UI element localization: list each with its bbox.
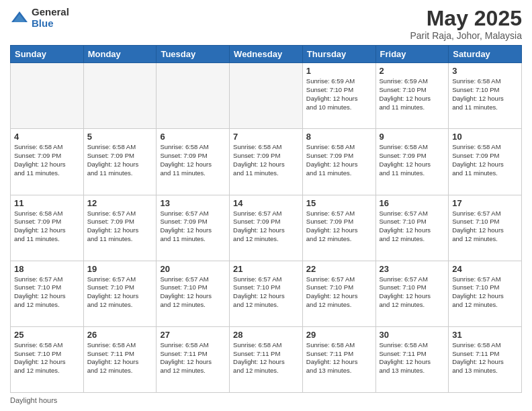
calendar-cell: 25Sunrise: 6:58 AMSunset: 7:10 PMDayligh…	[11, 326, 84, 392]
day-number: 9	[380, 132, 445, 142]
day-info: Sunrise: 6:57 AMSunset: 7:10 PMDaylight:…	[233, 275, 299, 310]
calendar-cell: 13Sunrise: 6:57 AMSunset: 7:09 PMDayligh…	[157, 195, 230, 261]
day-number: 31	[452, 330, 518, 340]
day-info: Sunrise: 6:57 AMSunset: 7:10 PMDaylight:…	[306, 275, 372, 310]
calendar-cell: 9Sunrise: 6:58 AMSunset: 7:09 PMDaylight…	[375, 129, 449, 195]
day-info: Sunrise: 6:58 AMSunset: 7:09 PMDaylight:…	[14, 143, 80, 177]
logo-text: General Blue	[32, 7, 69, 29]
calendar-week-row: 11Sunrise: 6:58 AMSunset: 7:09 PMDayligh…	[11, 195, 522, 261]
day-number: 18	[14, 264, 80, 274]
calendar-cell: 24Sunrise: 6:57 AMSunset: 7:10 PMDayligh…	[449, 261, 522, 326]
day-info: Sunrise: 6:58 AMSunset: 7:09 PMDaylight:…	[160, 143, 226, 177]
day-number: 8	[306, 132, 372, 142]
day-number: 16	[380, 198, 445, 208]
day-number: 10	[452, 132, 518, 142]
day-number: 12	[87, 198, 153, 208]
day-number: 20	[160, 264, 226, 274]
day-info: Sunrise: 6:57 AMSunset: 7:09 PMDaylight:…	[233, 210, 299, 244]
calendar-cell: 19Sunrise: 6:57 AMSunset: 7:10 PMDayligh…	[83, 261, 157, 326]
day-info: Sunrise: 6:58 AMSunset: 7:09 PMDaylight:…	[87, 143, 153, 177]
day-info: Sunrise: 6:58 AMSunset: 7:11 PMDaylight:…	[452, 341, 518, 375]
calendar-cell: 15Sunrise: 6:57 AMSunset: 7:09 PMDayligh…	[302, 195, 375, 261]
day-info: Sunrise: 6:58 AMSunset: 7:10 PMDaylight:…	[14, 341, 80, 375]
calendar-cell: 30Sunrise: 6:58 AMSunset: 7:11 PMDayligh…	[375, 326, 449, 392]
calendar-cell: 4Sunrise: 6:58 AMSunset: 7:09 PMDaylight…	[11, 129, 84, 195]
day-number: 14	[233, 198, 299, 208]
day-info: Sunrise: 6:57 AMSunset: 7:10 PMDaylight:…	[452, 275, 518, 310]
calendar-cell: 5Sunrise: 6:58 AMSunset: 7:09 PMDaylight…	[83, 129, 157, 195]
calendar-cell: 22Sunrise: 6:57 AMSunset: 7:10 PMDayligh…	[302, 261, 375, 326]
calendar-cell: 17Sunrise: 6:57 AMSunset: 7:10 PMDayligh…	[449, 195, 522, 261]
calendar-cell: 12Sunrise: 6:57 AMSunset: 7:09 PMDayligh…	[83, 195, 157, 261]
day-number: 23	[380, 264, 445, 274]
header: General Blue May 2025 Parit Raja, Johor,…	[10, 7, 522, 41]
calendar-cell: 21Sunrise: 6:57 AMSunset: 7:10 PMDayligh…	[230, 261, 303, 326]
logo: General Blue	[10, 7, 69, 29]
day-info: Sunrise: 6:57 AMSunset: 7:09 PMDaylight:…	[306, 210, 372, 244]
day-number: 11	[14, 198, 80, 208]
calendar-week-row: 4Sunrise: 6:58 AMSunset: 7:09 PMDaylight…	[11, 129, 522, 195]
calendar-table: SundayMondayTuesdayWednesdayThursdayFrid…	[10, 45, 522, 393]
calendar-header-row: SundayMondayTuesdayWednesdayThursdayFrid…	[11, 46, 522, 63]
calendar-cell	[157, 63, 230, 129]
calendar-cell: 6Sunrise: 6:58 AMSunset: 7:09 PMDaylight…	[157, 129, 230, 195]
footer: Daylight hours	[10, 396, 522, 404]
calendar-cell: 7Sunrise: 6:58 AMSunset: 7:09 PMDaylight…	[230, 129, 303, 195]
day-info: Sunrise: 6:58 AMSunset: 7:09 PMDaylight:…	[380, 143, 445, 177]
calendar-col-header: Monday	[83, 46, 157, 63]
day-info: Sunrise: 6:57 AMSunset: 7:09 PMDaylight:…	[160, 210, 226, 244]
logo-icon	[10, 9, 29, 28]
day-info: Sunrise: 6:58 AMSunset: 7:10 PMDaylight:…	[452, 77, 518, 111]
day-info: Sunrise: 6:58 AMSunset: 7:11 PMDaylight:…	[160, 341, 226, 375]
calendar-cell: 31Sunrise: 6:58 AMSunset: 7:11 PMDayligh…	[449, 326, 522, 392]
calendar-cell: 1Sunrise: 6:59 AMSunset: 7:10 PMDaylight…	[302, 63, 375, 129]
calendar-cell: 20Sunrise: 6:57 AMSunset: 7:10 PMDayligh…	[157, 261, 230, 326]
day-number: 27	[160, 330, 226, 340]
calendar-cell: 23Sunrise: 6:57 AMSunset: 7:10 PMDayligh…	[375, 261, 449, 326]
day-number: 7	[233, 132, 299, 142]
calendar-cell: 26Sunrise: 6:58 AMSunset: 7:11 PMDayligh…	[83, 326, 157, 392]
calendar-cell: 28Sunrise: 6:58 AMSunset: 7:11 PMDayligh…	[230, 326, 303, 392]
calendar-week-row: 18Sunrise: 6:57 AMSunset: 7:10 PMDayligh…	[11, 261, 522, 326]
day-info: Sunrise: 6:57 AMSunset: 7:10 PMDaylight:…	[380, 210, 445, 244]
calendar-week-row: 25Sunrise: 6:58 AMSunset: 7:10 PMDayligh…	[11, 326, 522, 392]
logo-blue-text: Blue	[32, 18, 69, 30]
day-number: 21	[233, 264, 299, 274]
calendar-cell: 29Sunrise: 6:58 AMSunset: 7:11 PMDayligh…	[302, 326, 375, 392]
day-info: Sunrise: 6:58 AMSunset: 7:11 PMDaylight:…	[233, 341, 299, 375]
daylight-label: Daylight hours	[10, 396, 57, 404]
calendar-cell: 14Sunrise: 6:57 AMSunset: 7:09 PMDayligh…	[230, 195, 303, 261]
calendar-cell	[83, 63, 157, 129]
day-number: 13	[160, 198, 226, 208]
calendar-cell: 10Sunrise: 6:58 AMSunset: 7:09 PMDayligh…	[449, 129, 522, 195]
day-number: 2	[380, 66, 445, 76]
day-info: Sunrise: 6:57 AMSunset: 7:10 PMDaylight:…	[452, 210, 518, 244]
calendar-cell: 3Sunrise: 6:58 AMSunset: 7:10 PMDaylight…	[449, 63, 522, 129]
day-number: 6	[160, 132, 226, 142]
calendar-col-header: Saturday	[449, 46, 522, 63]
day-info: Sunrise: 6:58 AMSunset: 7:09 PMDaylight:…	[452, 143, 518, 177]
day-info: Sunrise: 6:58 AMSunset: 7:11 PMDaylight:…	[380, 341, 445, 375]
calendar-cell: 27Sunrise: 6:58 AMSunset: 7:11 PMDayligh…	[157, 326, 230, 392]
calendar-col-header: Wednesday	[230, 46, 303, 63]
day-number: 3	[452, 66, 518, 76]
title-block: May 2025 Parit Raja, Johor, Malaysia	[410, 7, 522, 41]
day-number: 17	[452, 198, 518, 208]
day-number: 22	[306, 264, 372, 274]
calendar-cell: 2Sunrise: 6:59 AMSunset: 7:10 PMDaylight…	[375, 63, 449, 129]
calendar-week-row: 1Sunrise: 6:59 AMSunset: 7:10 PMDaylight…	[11, 63, 522, 129]
calendar-col-header: Thursday	[302, 46, 375, 63]
day-info: Sunrise: 6:58 AMSunset: 7:09 PMDaylight:…	[233, 143, 299, 177]
day-info: Sunrise: 6:58 AMSunset: 7:09 PMDaylight:…	[14, 210, 80, 244]
day-info: Sunrise: 6:57 AMSunset: 7:10 PMDaylight:…	[160, 275, 226, 310]
day-number: 26	[87, 330, 153, 340]
calendar-cell	[11, 63, 84, 129]
day-info: Sunrise: 6:57 AMSunset: 7:10 PMDaylight:…	[14, 275, 80, 310]
calendar-cell: 16Sunrise: 6:57 AMSunset: 7:10 PMDayligh…	[375, 195, 449, 261]
day-info: Sunrise: 6:57 AMSunset: 7:10 PMDaylight:…	[87, 275, 153, 310]
day-number: 19	[87, 264, 153, 274]
day-number: 15	[306, 198, 372, 208]
calendar-cell: 18Sunrise: 6:57 AMSunset: 7:10 PMDayligh…	[11, 261, 84, 326]
day-info: Sunrise: 6:59 AMSunset: 7:10 PMDaylight:…	[380, 77, 445, 111]
calendar-cell	[230, 63, 303, 129]
